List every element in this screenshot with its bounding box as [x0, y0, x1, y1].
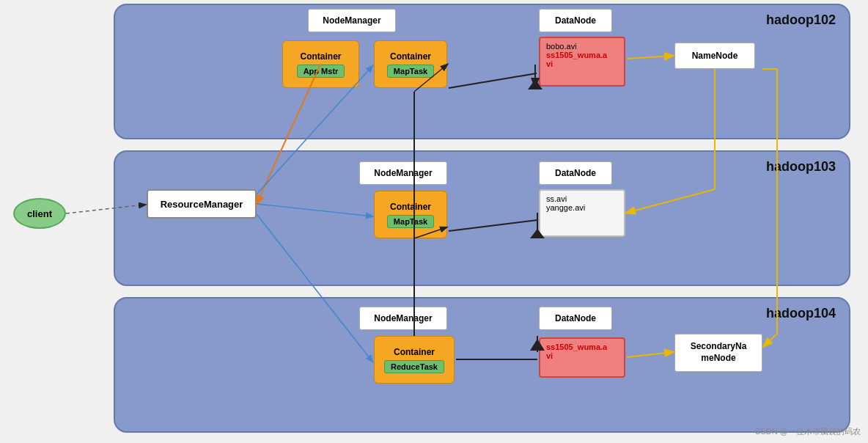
- container-maptask-1: Container MapTask: [374, 40, 447, 88]
- data-file-3-line2: vi: [546, 351, 618, 360]
- maptask-1-label: MapTask: [387, 65, 434, 78]
- data-file-1-line3: vi: [546, 59, 618, 68]
- container-reducetask: Container ReduceTask: [374, 336, 455, 384]
- datanode-3: DataNode: [539, 307, 612, 330]
- hadoop103-label: hadoop103: [766, 159, 836, 175]
- node-manager-3-label: NodeManager: [374, 313, 432, 323]
- node-manager-1: NodeManager: [308, 9, 396, 32]
- resource-manager-box: ResourceManager: [147, 189, 257, 219]
- container-app-mstr: Container App Mstr: [282, 40, 359, 88]
- canvas: hadoop102 hadoop103 hadoop104 client Res…: [0, 0, 868, 443]
- secondary-namenode-box: SecondaryNameNode: [674, 334, 762, 372]
- namenode-label: NameNode: [692, 51, 738, 61]
- node-manager-2-label: NodeManager: [374, 168, 432, 178]
- node-manager-3: NodeManager: [359, 307, 447, 330]
- watermark: CSDN @一位木带脑袋的码农: [755, 426, 861, 437]
- resource-manager-label: ResourceManager: [161, 199, 243, 210]
- datanode-1-label: DataNode: [555, 15, 596, 26]
- node-manager-1-label: NodeManager: [323, 15, 380, 26]
- namenode-box: NameNode: [674, 43, 755, 69]
- datanode-2-label: DataNode: [555, 168, 596, 178]
- data-files-1: bobo.avi ss1505_wuma.a vi: [539, 37, 625, 87]
- reducetask-label: ReduceTask: [384, 360, 444, 373]
- client-label: client: [27, 208, 52, 219]
- app-mstr-label: App Mstr: [297, 65, 345, 78]
- hadoop102-label: hadoop102: [766, 12, 836, 28]
- data-file-1-line1: bobo.avi: [546, 42, 618, 51]
- container-3-label: Container: [390, 202, 431, 212]
- maptask-2-label: MapTask: [387, 215, 434, 228]
- hadoop104-label: hadoop104: [766, 306, 836, 321]
- secondary-namenode-label: SecondaryNameNode: [691, 341, 747, 364]
- client-ellipse: client: [13, 198, 66, 229]
- datanode-1: DataNode: [539, 9, 612, 32]
- data-files-3: ss1505_wuma.a vi: [539, 337, 625, 378]
- data-file-2-line2: yangge.avi: [546, 203, 618, 212]
- container-1-label: Container: [300, 51, 341, 62]
- container-4-label: Container: [394, 347, 435, 357]
- container-2-label: Container: [390, 51, 431, 62]
- data-file-2-line1: ss.avi: [546, 194, 618, 203]
- hadoop102-node: hadoop102: [114, 4, 850, 139]
- data-files-2: ss.avi yangge.avi: [539, 189, 625, 237]
- data-file-1-line2: ss1505_wuma.a: [546, 51, 618, 59]
- node-manager-2: NodeManager: [359, 161, 447, 185]
- datanode-2: DataNode: [539, 161, 612, 185]
- container-maptask-2: Container MapTask: [374, 191, 447, 238]
- datanode-3-label: DataNode: [555, 313, 596, 323]
- data-file-3-line1: ss1505_wuma.a: [546, 343, 618, 351]
